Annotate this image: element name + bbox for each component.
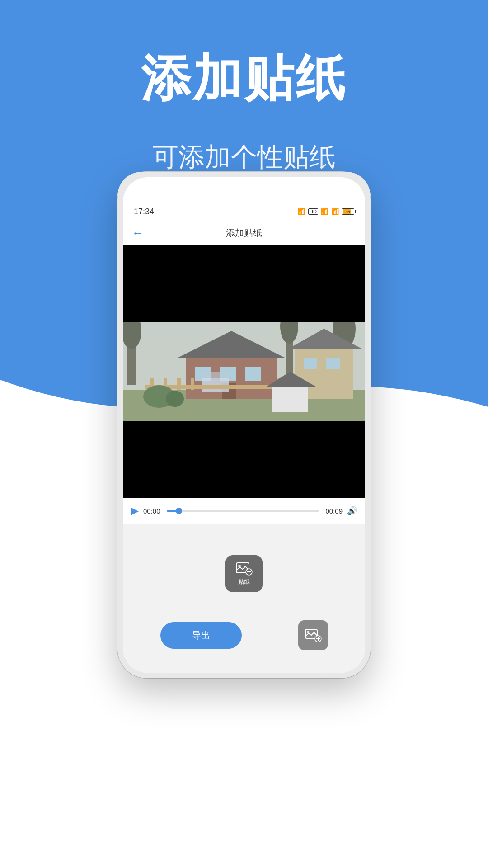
status-bar: 17:34 📶 HD 📶 📶 44 bbox=[123, 202, 365, 222]
playback-controls: ▶ 00:00 00:09 🔊 bbox=[123, 498, 365, 524]
sticker-button-container: 贴纸 bbox=[123, 555, 365, 592]
add-sticker-small-icon bbox=[305, 627, 322, 643]
battery-value: 44 bbox=[346, 210, 350, 214]
page-subtitle: 可添加个性贴纸 bbox=[0, 140, 488, 175]
progress-bar[interactable] bbox=[167, 510, 319, 512]
svg-point-35 bbox=[238, 565, 241, 567]
video-black-top bbox=[123, 245, 365, 322]
page-main-title: 添加贴纸 bbox=[0, 45, 488, 113]
ed-064-label: Ed 064 bbox=[216, 739, 285, 764]
sticker-add-button[interactable]: 贴纸 bbox=[225, 555, 263, 592]
wifi-icon: 📶 bbox=[298, 208, 305, 215]
phone-screen: 17:34 📶 HD 📶 📶 44 ← 添加贴纸 bbox=[123, 177, 365, 673]
phone-outer-shell: 17:34 📶 HD 📶 📶 44 ← 添加贴纸 bbox=[117, 172, 371, 678]
svg-point-41 bbox=[307, 631, 309, 633]
signal-icon-1: 📶 bbox=[321, 208, 328, 215]
play-button[interactable]: ▶ bbox=[131, 505, 139, 517]
add-sticker-small-button[interactable] bbox=[298, 620, 328, 650]
progress-handle[interactable] bbox=[176, 508, 182, 514]
status-icons: 📶 HD 📶 📶 44 bbox=[298, 208, 354, 215]
video-black-bottom bbox=[123, 421, 365, 498]
bottom-action-row: 导出 bbox=[123, 620, 365, 650]
phone-mockup: 17:34 📶 HD 📶 📶 44 ← 添加贴纸 bbox=[117, 172, 371, 678]
volume-button[interactable]: 🔊 bbox=[347, 506, 357, 516]
svg-rect-33 bbox=[123, 322, 365, 421]
bottom-area: 贴纸 导出 bbox=[123, 524, 365, 673]
hd-badge: HD bbox=[308, 208, 318, 215]
nav-bar: ← 添加贴纸 bbox=[123, 222, 365, 245]
battery-icon: 44 bbox=[342, 208, 354, 215]
nav-title: 添加贴纸 bbox=[226, 227, 262, 239]
back-button[interactable]: ← bbox=[132, 226, 144, 240]
status-time: 17:34 bbox=[134, 207, 154, 217]
header-section: 添加贴纸 可添加个性贴纸 bbox=[0, 45, 488, 175]
sticker-icon bbox=[235, 562, 253, 576]
signal-icon-2: 📶 bbox=[331, 208, 339, 215]
video-frame bbox=[123, 322, 365, 421]
current-time: 00:00 bbox=[143, 507, 162, 515]
sticker-btn-label: 贴纸 bbox=[238, 578, 250, 586]
total-time: 00:09 bbox=[324, 507, 343, 515]
export-button[interactable]: 导出 bbox=[160, 622, 242, 649]
